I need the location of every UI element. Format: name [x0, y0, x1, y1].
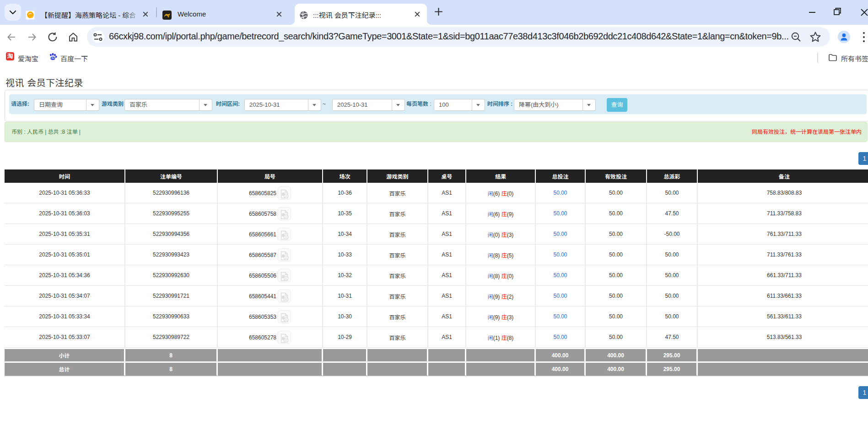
svg-text:du: du: [51, 56, 55, 60]
